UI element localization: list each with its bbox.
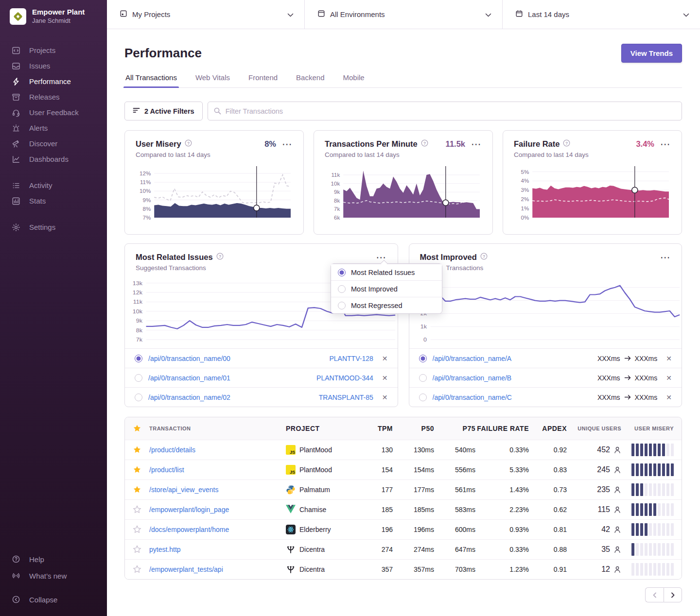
close-icon[interactable]: ✕ [382,394,388,401]
sidebar-item-help[interactable]: Help [0,551,107,567]
card-menu-button[interactable]: ⋯ [660,255,671,260]
sidebar-item-projects[interactable]: Projects [0,43,107,58]
project-cell[interactable]: Elderberry [286,525,366,534]
column-header-apdex[interactable]: APDEX [529,425,567,432]
transaction-link[interactable]: /docs/empowerplant/home [149,526,229,533]
sidebar-item-activity[interactable]: Activity [0,178,107,193]
tab-web-vitals[interactable]: Web Vitals [194,73,231,87]
radio-button[interactable] [338,285,346,293]
transaction-link[interactable]: /api/0/transaction_name/02 [148,394,313,401]
tab-mobile[interactable]: Mobile [342,73,365,87]
issue-link[interactable]: TRANSPLANT-85 [319,394,373,401]
project-cell[interactable]: Dicentra [286,545,366,554]
project-cell[interactable]: Palmatum [286,485,366,495]
failure-rate-chart[interactable]: 5%4%3%2%1%0% [514,163,671,227]
project-picker[interactable]: My Projects [107,0,305,29]
transaction-link[interactable]: /api/0/transaction_name/00 [148,355,324,362]
project-cell[interactable]: Chamise [286,505,366,514]
tab-all-transactions[interactable]: All Transactions [124,73,178,87]
star-toggle[interactable] [133,565,141,574]
column-header-tpm[interactable]: TPM [366,425,393,432]
help-icon[interactable]: ? [421,139,428,149]
column-header-transaction[interactable]: TRANSACTION [149,426,286,431]
date-range-picker[interactable]: Last 14 days [503,0,700,29]
project-cell[interactable]: JSPlantMood [286,445,366,455]
close-icon[interactable]: ✕ [666,394,672,401]
project-cell[interactable]: JSPlantMood [286,465,366,475]
sidebar-item-issues[interactable]: Issues [0,58,107,74]
help-icon[interactable]: ? [216,253,224,262]
dropdown-option-most-related-issues[interactable]: Most Related Issues [331,264,442,280]
sidebar-item-discover[interactable]: Discover [0,136,107,152]
transaction-link[interactable]: /store/api_view_events [149,486,218,494]
transaction-link[interactable]: /api/0/transaction_name/01 [148,374,311,382]
star-toggle[interactable] [133,545,141,554]
radio-button[interactable] [135,355,142,362]
environment-picker[interactable]: All Environments [305,0,503,29]
transaction-link[interactable]: /empowerplant/login_page [149,506,229,513]
issue-link[interactable]: PLANTTV-128 [330,355,373,362]
card-menu-button[interactable]: ⋯ [376,255,387,260]
column-header-project[interactable]: PROJECT [286,425,366,432]
radio-button[interactable] [419,355,427,362]
next-page-button[interactable] [664,587,682,602]
project-cell[interactable]: Dicentra [286,565,366,574]
column-header-unique-users[interactable]: UNIQUE USERS [567,426,621,431]
active-filters-button[interactable]: 2 Active Filters [124,102,203,120]
dropdown-option-most-improved[interactable]: Most Improved [331,280,442,297]
transaction-search-input[interactable] [208,102,682,120]
sidebar-item-alerts[interactable]: Alerts [0,120,107,136]
card-menu-button[interactable]: ⋯ [282,142,293,147]
dropdown-option-most-regressed[interactable]: Most Regressed [331,297,442,313]
transaction-link[interactable]: /api/0/transaction_name/C [433,394,592,401]
radio-button[interactable] [338,302,346,309]
radio-button[interactable] [338,269,346,276]
issue-link[interactable]: PLANTMOOD-344 [316,374,373,382]
sidebar-item-what-s-new[interactable]: What’s new [0,567,107,584]
help-icon[interactable]: ? [480,253,488,262]
column-header-p50[interactable]: P50 [393,425,434,432]
user-misery-chart[interactable]: 12%11%10%9%8%7% [136,163,293,227]
most-improved-chart[interactable]: 4k3k2k1k0 [409,274,682,347]
sidebar-item-releases[interactable]: Releases [0,89,107,105]
radio-button[interactable] [419,394,427,401]
star-toggle[interactable] [133,465,141,474]
close-icon[interactable]: ✕ [382,374,388,382]
transaction-link[interactable]: /product/details [149,446,195,454]
sidebar-item-settings[interactable]: Settings [0,220,107,235]
radio-button[interactable] [135,374,142,382]
star-column-header[interactable] [133,424,149,433]
sidebar-item-dashboards[interactable]: Dashboards [0,152,107,167]
close-icon[interactable]: ✕ [382,355,388,362]
help-icon[interactable]: ? [563,139,570,149]
star-toggle[interactable] [133,445,141,454]
view-trends-button[interactable]: View Trends [621,44,682,63]
radio-button[interactable] [135,394,142,401]
org-switcher[interactable]: Empower Plant Jane Schmidt [0,8,107,25]
card-menu-button[interactable]: ⋯ [471,142,482,147]
sidebar-item-stats[interactable]: Stats [0,193,107,209]
radio-button[interactable] [419,374,427,382]
column-header-p75[interactable]: P75 [434,425,475,432]
previous-page-button[interactable] [645,587,664,602]
star-toggle[interactable] [133,505,141,514]
tab-frontend[interactable]: Frontend [247,73,279,87]
card-menu-button[interactable]: ⋯ [660,142,671,147]
help-icon[interactable]: ? [185,139,192,149]
tab-backend[interactable]: Backend [295,73,325,87]
transaction-link[interactable]: /empowerplant_tests/api [149,565,223,573]
transaction-link[interactable]: pytest.http [149,546,181,553]
star-toggle[interactable] [133,525,141,534]
transaction-link[interactable]: /product/list [149,466,184,474]
column-header-user-misery[interactable]: USER MISERY [621,426,674,431]
star-toggle[interactable] [133,485,141,494]
close-icon[interactable]: ✕ [666,374,672,382]
close-icon[interactable]: ✕ [666,355,672,362]
column-header-failure-rate[interactable]: FAILURE RATE [475,425,529,432]
transaction-link[interactable]: /api/0/transaction_name/B [433,374,592,382]
sidebar-collapse-button[interactable]: Collapse [0,592,107,607]
transaction-link[interactable]: /api/0/transaction_name/A [433,355,592,362]
sidebar-item-user-feedback[interactable]: User Feedback [0,105,107,120]
tpm-chart[interactable]: 11k10k9k8k7k6k [325,163,482,227]
sidebar-item-performance[interactable]: Performance [0,74,107,89]
